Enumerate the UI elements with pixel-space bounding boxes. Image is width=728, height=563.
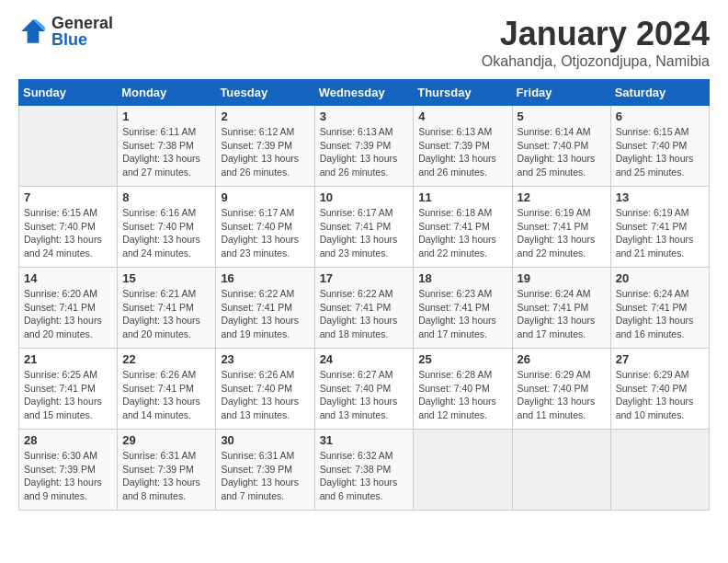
calendar-cell: 15Sunrise: 6:21 AMSunset: 7:41 PMDayligh… bbox=[118, 268, 216, 349]
day-info: Sunrise: 6:25 AMSunset: 7:41 PMDaylight:… bbox=[24, 368, 112, 422]
day-number: 26 bbox=[518, 352, 606, 366]
day-number: 15 bbox=[122, 271, 210, 285]
day-info: Sunrise: 6:32 AMSunset: 7:38 PMDaylight:… bbox=[320, 449, 409, 503]
day-info: Sunrise: 6:29 AMSunset: 7:40 PMDaylight:… bbox=[518, 368, 606, 422]
day-number: 22 bbox=[122, 352, 210, 366]
day-info: Sunrise: 6:12 AMSunset: 7:39 PMDaylight:… bbox=[221, 125, 309, 179]
day-number: 2 bbox=[221, 109, 309, 123]
day-number: 31 bbox=[320, 433, 409, 447]
calendar-week-4: 21Sunrise: 6:25 AMSunset: 7:41 PMDayligh… bbox=[19, 349, 710, 430]
day-info: Sunrise: 6:13 AMSunset: 7:39 PMDaylight:… bbox=[418, 125, 506, 179]
day-header-saturday: Saturday bbox=[610, 80, 709, 106]
day-number: 16 bbox=[221, 271, 309, 285]
logo-general-text: General bbox=[51, 15, 113, 31]
page-header: General Blue January 2024 Okahandja, Otj… bbox=[18, 15, 710, 70]
calendar-cell: 4Sunrise: 6:13 AMSunset: 7:39 PMDaylight… bbox=[414, 106, 512, 187]
day-number: 4 bbox=[418, 109, 506, 123]
calendar-cell: 26Sunrise: 6:29 AMSunset: 7:40 PMDayligh… bbox=[512, 349, 610, 430]
day-info: Sunrise: 6:17 AMSunset: 7:41 PMDaylight:… bbox=[320, 206, 409, 260]
calendar-cell: 23Sunrise: 6:26 AMSunset: 7:40 PMDayligh… bbox=[216, 349, 314, 430]
calendar-cell: 1Sunrise: 6:11 AMSunset: 7:38 PMDaylight… bbox=[118, 106, 216, 187]
calendar-cell: 31Sunrise: 6:32 AMSunset: 7:38 PMDayligh… bbox=[314, 430, 414, 511]
location-text: Okahandja, Otjozondjupa, Namibia bbox=[482, 53, 710, 70]
day-header-friday: Friday bbox=[512, 80, 610, 106]
calendar-cell bbox=[19, 106, 118, 187]
calendar-cell: 5Sunrise: 6:14 AMSunset: 7:40 PMDaylight… bbox=[512, 106, 610, 187]
day-info: Sunrise: 6:14 AMSunset: 7:40 PMDaylight:… bbox=[518, 125, 606, 179]
calendar-cell: 9Sunrise: 6:17 AMSunset: 7:40 PMDaylight… bbox=[216, 187, 314, 268]
day-number: 17 bbox=[320, 271, 409, 285]
day-number: 5 bbox=[518, 109, 606, 123]
day-number: 21 bbox=[24, 352, 112, 366]
calendar-cell: 24Sunrise: 6:27 AMSunset: 7:40 PMDayligh… bbox=[314, 349, 414, 430]
day-number: 19 bbox=[518, 271, 606, 285]
calendar-cell: 25Sunrise: 6:28 AMSunset: 7:40 PMDayligh… bbox=[414, 349, 512, 430]
day-number: 20 bbox=[616, 271, 704, 285]
day-number: 10 bbox=[320, 190, 409, 204]
calendar-week-5: 28Sunrise: 6:30 AMSunset: 7:39 PMDayligh… bbox=[19, 430, 710, 511]
day-info: Sunrise: 6:11 AMSunset: 7:38 PMDaylight:… bbox=[122, 125, 210, 179]
day-number: 13 bbox=[616, 190, 704, 204]
day-info: Sunrise: 6:28 AMSunset: 7:40 PMDaylight:… bbox=[418, 368, 506, 422]
day-info: Sunrise: 6:22 AMSunset: 7:41 PMDaylight:… bbox=[320, 287, 409, 341]
logo-blue-text: Blue bbox=[51, 31, 113, 48]
title-block: January 2024 Okahandja, Otjozondjupa, Na… bbox=[482, 15, 710, 70]
day-number: 25 bbox=[418, 352, 506, 366]
calendar-cell: 16Sunrise: 6:22 AMSunset: 7:41 PMDayligh… bbox=[216, 268, 314, 349]
day-number: 12 bbox=[518, 190, 606, 204]
day-info: Sunrise: 6:27 AMSunset: 7:40 PMDaylight:… bbox=[320, 368, 409, 422]
day-number: 24 bbox=[320, 352, 409, 366]
day-info: Sunrise: 6:19 AMSunset: 7:41 PMDaylight:… bbox=[518, 206, 606, 260]
day-header-sunday: Sunday bbox=[19, 80, 118, 106]
calendar-cell: 20Sunrise: 6:24 AMSunset: 7:41 PMDayligh… bbox=[610, 268, 709, 349]
month-title: January 2024 bbox=[482, 15, 710, 53]
calendar-table: SundayMondayTuesdayWednesdayThursdayFrid… bbox=[18, 79, 710, 511]
calendar-cell: 11Sunrise: 6:18 AMSunset: 7:41 PMDayligh… bbox=[414, 187, 512, 268]
day-info: Sunrise: 6:16 AMSunset: 7:40 PMDaylight:… bbox=[122, 206, 210, 260]
generalblue-logo-icon bbox=[18, 17, 48, 46]
day-header-tuesday: Tuesday bbox=[216, 80, 314, 106]
day-number: 27 bbox=[616, 352, 704, 366]
calendar-cell: 10Sunrise: 6:17 AMSunset: 7:41 PMDayligh… bbox=[314, 187, 414, 268]
calendar-cell: 14Sunrise: 6:20 AMSunset: 7:41 PMDayligh… bbox=[19, 268, 118, 349]
day-info: Sunrise: 6:26 AMSunset: 7:40 PMDaylight:… bbox=[221, 368, 309, 422]
calendar-cell: 22Sunrise: 6:26 AMSunset: 7:41 PMDayligh… bbox=[118, 349, 216, 430]
day-header-row: SundayMondayTuesdayWednesdayThursdayFrid… bbox=[19, 80, 710, 106]
day-info: Sunrise: 6:31 AMSunset: 7:39 PMDaylight:… bbox=[122, 449, 210, 503]
day-info: Sunrise: 6:31 AMSunset: 7:39 PMDaylight:… bbox=[221, 449, 309, 503]
day-info: Sunrise: 6:22 AMSunset: 7:41 PMDaylight:… bbox=[221, 287, 309, 341]
day-header-thursday: Thursday bbox=[414, 80, 512, 106]
calendar-cell: 3Sunrise: 6:13 AMSunset: 7:39 PMDaylight… bbox=[314, 106, 414, 187]
day-number: 3 bbox=[320, 109, 409, 123]
day-info: Sunrise: 6:29 AMSunset: 7:40 PMDaylight:… bbox=[616, 368, 704, 422]
calendar-cell: 17Sunrise: 6:22 AMSunset: 7:41 PMDayligh… bbox=[314, 268, 414, 349]
calendar-cell bbox=[414, 430, 512, 511]
calendar-cell bbox=[610, 430, 709, 511]
svg-marker-0 bbox=[21, 19, 45, 43]
day-number: 7 bbox=[24, 190, 112, 204]
calendar-cell: 29Sunrise: 6:31 AMSunset: 7:39 PMDayligh… bbox=[118, 430, 216, 511]
day-info: Sunrise: 6:18 AMSunset: 7:41 PMDaylight:… bbox=[418, 206, 506, 260]
day-number: 6 bbox=[616, 109, 704, 123]
calendar-cell: 8Sunrise: 6:16 AMSunset: 7:40 PMDaylight… bbox=[118, 187, 216, 268]
calendar-cell: 28Sunrise: 6:30 AMSunset: 7:39 PMDayligh… bbox=[19, 430, 118, 511]
day-info: Sunrise: 6:26 AMSunset: 7:41 PMDaylight:… bbox=[122, 368, 210, 422]
day-number: 9 bbox=[221, 190, 309, 204]
calendar-cell: 27Sunrise: 6:29 AMSunset: 7:40 PMDayligh… bbox=[610, 349, 709, 430]
day-number: 28 bbox=[24, 433, 112, 447]
calendar-cell: 12Sunrise: 6:19 AMSunset: 7:41 PMDayligh… bbox=[512, 187, 610, 268]
day-info: Sunrise: 6:15 AMSunset: 7:40 PMDaylight:… bbox=[616, 125, 704, 179]
calendar-cell: 30Sunrise: 6:31 AMSunset: 7:39 PMDayligh… bbox=[216, 430, 314, 511]
day-number: 14 bbox=[24, 271, 112, 285]
calendar-week-3: 14Sunrise: 6:20 AMSunset: 7:41 PMDayligh… bbox=[19, 268, 710, 349]
day-info: Sunrise: 6:13 AMSunset: 7:39 PMDaylight:… bbox=[320, 125, 409, 179]
day-info: Sunrise: 6:20 AMSunset: 7:41 PMDaylight:… bbox=[24, 287, 112, 341]
calendar-header: SundayMondayTuesdayWednesdayThursdayFrid… bbox=[19, 80, 710, 106]
calendar-cell: 21Sunrise: 6:25 AMSunset: 7:41 PMDayligh… bbox=[19, 349, 118, 430]
calendar-week-1: 1Sunrise: 6:11 AMSunset: 7:38 PMDaylight… bbox=[19, 106, 710, 187]
day-info: Sunrise: 6:24 AMSunset: 7:41 PMDaylight:… bbox=[616, 287, 704, 341]
calendar-week-2: 7Sunrise: 6:15 AMSunset: 7:40 PMDaylight… bbox=[19, 187, 710, 268]
day-number: 29 bbox=[122, 433, 210, 447]
day-info: Sunrise: 6:15 AMSunset: 7:40 PMDaylight:… bbox=[24, 206, 112, 260]
calendar-cell: 2Sunrise: 6:12 AMSunset: 7:39 PMDaylight… bbox=[216, 106, 314, 187]
